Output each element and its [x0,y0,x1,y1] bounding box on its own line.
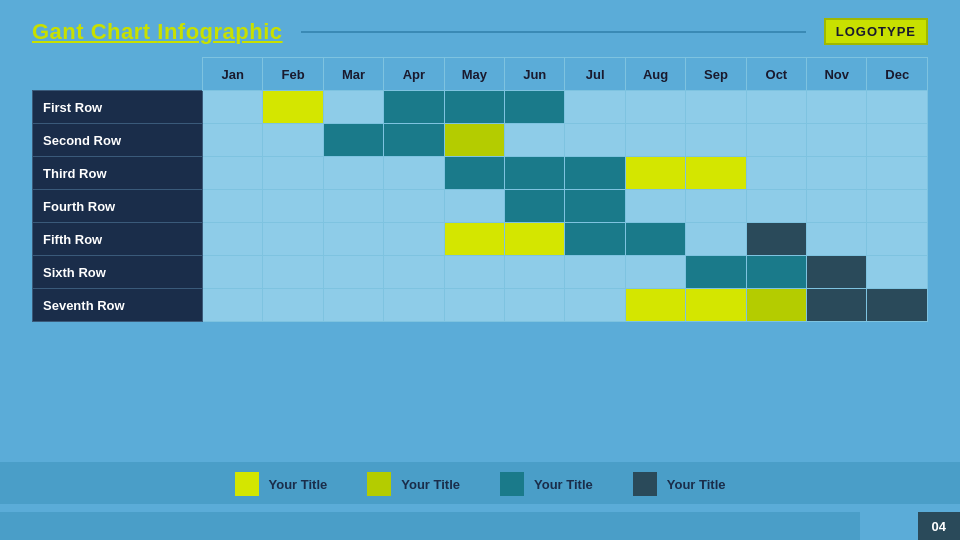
gantt-cell [867,157,928,190]
gantt-cell [686,190,746,223]
gantt-cell [505,124,565,157]
gantt-cell [807,223,867,256]
gantt-cell [384,256,444,289]
gantt-cell [565,124,625,157]
gantt-cell [565,223,625,256]
logotype: LOGOTYPE [824,18,928,45]
gantt-cell [384,289,444,322]
table-row: Fifth Row [33,223,928,256]
col-jan: Jan [203,58,263,91]
legend-label: Your Title [401,477,460,492]
col-jul: Jul [565,58,625,91]
gantt-cell [505,289,565,322]
gantt-cell [263,223,323,256]
legend-color-box [500,472,524,496]
gantt-cell [686,289,746,322]
gantt-cell [625,124,685,157]
gantt-cell [625,91,685,124]
gantt-cell [565,289,625,322]
gantt-cell [444,223,504,256]
gantt-cell [323,223,383,256]
row-label: Fourth Row [33,190,203,223]
gantt-cell [746,190,806,223]
gantt-cell [444,190,504,223]
legend-label: Your Title [667,477,726,492]
gantt-cell [867,91,928,124]
col-mar: Mar [323,58,383,91]
row-label: First Row [33,91,203,124]
gantt-cell [384,157,444,190]
gantt-cell [263,91,323,124]
gantt-cell [625,289,685,322]
page-title: Gant Chart Infographic [32,19,283,45]
gantt-cell [625,256,685,289]
legend-item: Your Title [500,472,593,496]
legend-item: Your Title [367,472,460,496]
col-sep: Sep [686,58,746,91]
col-oct: Oct [746,58,806,91]
gantt-cell [867,289,928,322]
gantt-cell [625,190,685,223]
gantt-cell [203,190,263,223]
footer-bg [0,512,860,540]
gantt-cell [565,256,625,289]
gantt-cell [323,157,383,190]
gantt-cell [505,157,565,190]
gantt-cell [686,124,746,157]
col-aug: Aug [625,58,685,91]
gantt-cell [867,124,928,157]
gantt-cell [444,157,504,190]
row-label: Fifth Row [33,223,203,256]
gantt-cell [807,157,867,190]
gantt-cell [263,124,323,157]
gantt-cell [384,91,444,124]
title-styled: Infographic [157,19,282,44]
col-nov: Nov [807,58,867,91]
legend-item: Your Title [633,472,726,496]
table-row: Second Row [33,124,928,157]
gantt-cell [505,223,565,256]
gantt-cell [444,124,504,157]
gantt-cell [323,91,383,124]
gantt-cell [807,256,867,289]
col-feb: Feb [263,58,323,91]
legend-color-box [633,472,657,496]
gantt-cell [323,190,383,223]
header: Gant Chart Infographic LOGOTYPE [0,0,960,53]
gantt-cell [203,91,263,124]
col-dec: Dec [867,58,928,91]
gantt-cell [746,256,806,289]
table-row: Fourth Row [33,190,928,223]
gantt-cell [686,223,746,256]
row-label: Seventh Row [33,289,203,322]
gantt-cell [444,91,504,124]
gantt-cell [686,157,746,190]
gantt-cell [807,289,867,322]
gantt-cell [444,289,504,322]
gantt-cell [565,190,625,223]
gantt-cell [203,124,263,157]
gantt-cell [807,91,867,124]
table-row: Third Row [33,157,928,190]
gantt-cell [263,157,323,190]
gantt-cell [505,91,565,124]
gantt-cell [505,256,565,289]
legend-color-box [367,472,391,496]
gantt-cell [746,157,806,190]
gantt-cell [203,289,263,322]
col-jun: Jun [505,58,565,91]
gantt-cell [444,256,504,289]
col-header-label [33,58,203,91]
gantt-cell [746,289,806,322]
table-row: First Row [33,91,928,124]
gantt-cell [203,256,263,289]
title-plain: Gant Chart [32,19,157,44]
gantt-cell [686,91,746,124]
gantt-cell [384,124,444,157]
gantt-cell [625,223,685,256]
gantt-cell [203,223,263,256]
gantt-cell [625,157,685,190]
gantt-cell [384,190,444,223]
gantt-cell [323,289,383,322]
gantt-cell [807,124,867,157]
